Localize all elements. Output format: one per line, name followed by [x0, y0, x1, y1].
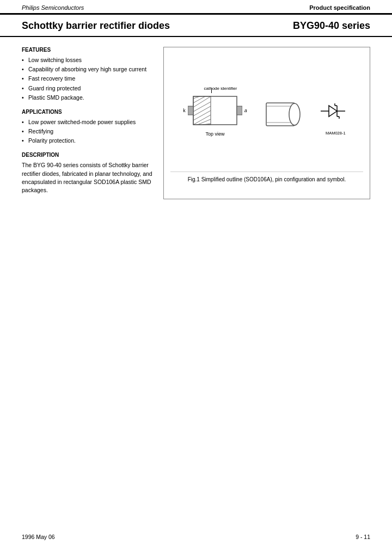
application-item: Low power switched-mode power supplies [22, 118, 152, 126]
page-footer: 1996 May 06 9 - 11 [22, 534, 370, 540]
application-item: Rectifying [22, 127, 152, 135]
applications-heading: APPLICATIONS [22, 109, 152, 115]
svg-rect-12 [237, 106, 242, 115]
diode-symbol-group: MAM028-1 [321, 93, 351, 136]
feature-item: Low switching losses [22, 56, 152, 64]
series-title: BYG90-40 series [293, 20, 370, 32]
cathode-identifier-label: cathode identifier [204, 86, 237, 91]
side-view-group [264, 95, 304, 132]
feature-item: Guard ring protected [22, 84, 152, 92]
footer-date: 1996 May 06 [22, 534, 55, 540]
page-number: 9 - 11 [356, 534, 370, 540]
main-content: FEATURES Low switching losses Capability… [0, 37, 392, 199]
svg-point-15 [289, 103, 300, 125]
diagram-area: cathode identifier k [170, 54, 363, 163]
feature-item: Capability of absorbing very high surge … [22, 65, 152, 73]
doc-type: Product specification [309, 4, 370, 11]
diode-top-view-svg [188, 92, 242, 129]
applications-list: Low power switched-mode power supplies R… [22, 118, 152, 145]
page-header: Philips Semiconductors Product specifica… [0, 0, 392, 15]
a-label: a [244, 108, 247, 113]
application-item: Polarity protection. [22, 137, 152, 144]
features-list: Low switching losses Capability of absor… [22, 56, 152, 101]
diode-top-view-container: k [183, 92, 247, 129]
part-number-label: MAM028-1 [326, 131, 346, 136]
k-label: k [183, 108, 186, 113]
description-heading: DESCRIPTION [22, 152, 152, 158]
product-title: Schottky barrier rectifier diodes [22, 20, 170, 32]
description-text: The BYG 90-40 series consists of Schottk… [22, 161, 152, 194]
feature-item: Plastic SMD package. [22, 94, 152, 101]
svg-rect-11 [188, 106, 193, 115]
top-view-group: cathode identifier k [183, 86, 247, 137]
title-bar: Schottky barrier rectifier diodes BYG90-… [0, 15, 392, 37]
diagram-box: cathode identifier k [163, 47, 370, 199]
diagram-caption: Fig.1 Simplified outline (SOD106A), pin … [170, 172, 363, 182]
top-view-label: Top view [205, 131, 224, 137]
left-column: FEATURES Low switching losses Capability… [22, 47, 152, 199]
svg-rect-0 [193, 96, 237, 125]
cathode-pointer-line [211, 88, 212, 93]
feature-item: Fast recovery time [22, 75, 152, 82]
diode-side-view-svg [264, 95, 304, 132]
svg-marker-17 [329, 106, 337, 117]
diode-symbol-svg [321, 93, 351, 130]
company-name: Philips Semiconductors [22, 4, 84, 11]
features-heading: FEATURES [22, 47, 152, 53]
page: Philips Semiconductors Product specifica… [0, 0, 392, 551]
